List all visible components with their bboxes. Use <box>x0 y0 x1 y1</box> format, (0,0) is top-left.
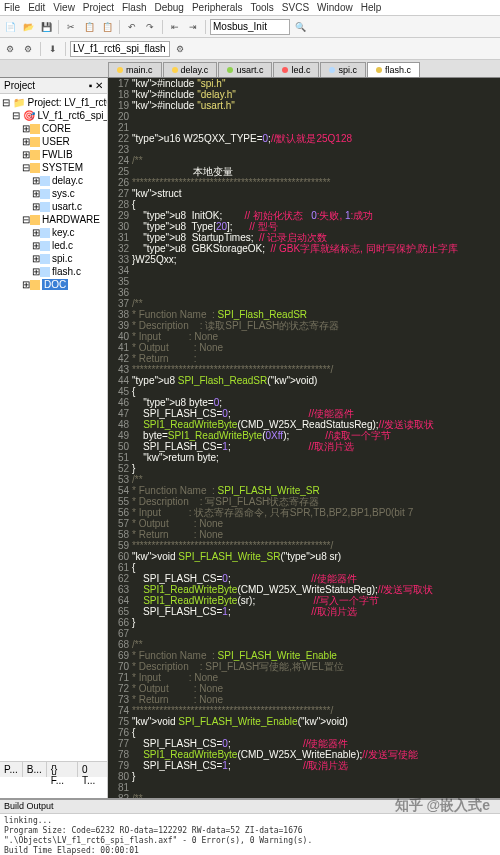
tree-file-flash-c[interactable]: ⊞ flash.c <box>2 265 105 278</box>
build-output-text[interactable]: linking...Program Size: Code=6232 RO-dat… <box>0 814 500 855</box>
tab-spi-c[interactable]: spi.c <box>320 62 366 77</box>
tree-root[interactable]: ⊟ 📁 Project: LV_f1_rct6_sp <box>2 96 105 109</box>
sidebar-tab[interactable]: 0 T... <box>78 762 108 777</box>
tree-file-key-c[interactable]: ⊞ key.c <box>2 226 105 239</box>
project-sidebar: Project▪ ✕ ⊟ 📁 Project: LV_f1_rct6_sp⊟ 🎯… <box>0 78 108 798</box>
options-icon[interactable]: ⚙ <box>172 41 188 57</box>
watermark: 知乎 @嵌入式e <box>395 797 490 815</box>
download-icon[interactable]: ⬇ <box>45 41 61 57</box>
tab-delay-c[interactable]: delay.c <box>163 62 218 77</box>
toolbar-2: ⚙ ⚙ ⬇ ⚙ <box>0 38 500 60</box>
tab-flash-c[interactable]: flash.c <box>367 62 420 77</box>
tree-group-USER[interactable]: ⊞ USER <box>2 135 105 148</box>
menu-help[interactable]: Help <box>361 2 382 13</box>
menu-edit[interactable]: Edit <box>28 2 45 13</box>
editor-tabs: main.cdelay.cusart.cled.cspi.cflash.c <box>0 60 500 78</box>
sidebar-title: Project <box>4 80 35 91</box>
menu-flash[interactable]: Flash <box>122 2 146 13</box>
new-icon[interactable]: 📄 <box>2 19 18 35</box>
menu-debug[interactable]: Debug <box>154 2 183 13</box>
sidebar-tab[interactable]: P... <box>0 762 23 777</box>
menu-view[interactable]: View <box>53 2 75 13</box>
tree-file-usart-c[interactable]: ⊞ usart.c <box>2 200 105 213</box>
tab-main-c[interactable]: main.c <box>108 62 162 77</box>
toolbar-1: 📄 📂 💾 ✂ 📋 📋 ↶ ↷ ⇤ ⇥ 🔍 <box>0 16 500 38</box>
menu-window[interactable]: Window <box>317 2 353 13</box>
save-icon[interactable]: 💾 <box>38 19 54 35</box>
outdent-icon[interactable]: ⇥ <box>185 19 201 35</box>
sidebar-tab[interactable]: {} F... <box>47 762 78 777</box>
build-icon[interactable]: ⚙ <box>2 41 18 57</box>
tree-group-HARDWARE[interactable]: ⊟ HARDWARE <box>2 213 105 226</box>
tree-file-spi-c[interactable]: ⊞ spi.c <box>2 252 105 265</box>
find-input[interactable] <box>210 19 290 35</box>
sidebar-tab[interactable]: B... <box>23 762 47 777</box>
code-editor[interactable]: 17 18 19 20 21 22 23 24 25 26 27 28 29 3… <box>108 78 500 798</box>
tree-group-FWLIB[interactable]: ⊞ FWLIB <box>2 148 105 161</box>
menu-svcs[interactable]: SVCS <box>282 2 309 13</box>
indent-icon[interactable]: ⇤ <box>167 19 183 35</box>
menu-project[interactable]: Project <box>83 2 114 13</box>
rebuild-icon[interactable]: ⚙ <box>20 41 36 57</box>
menu-bar: FileEditViewProjectFlashDebugPeripherals… <box>0 0 500 16</box>
menu-peripherals[interactable]: Peripherals <box>192 2 243 13</box>
tab-usart-c[interactable]: usart.c <box>218 62 272 77</box>
open-icon[interactable]: 📂 <box>20 19 36 35</box>
sidebar-pin-icon[interactable]: ▪ ✕ <box>89 80 103 91</box>
menu-tools[interactable]: Tools <box>251 2 274 13</box>
tab-led-c[interactable]: led.c <box>273 62 319 77</box>
tree-file-delay-c[interactable]: ⊞ delay.c <box>2 174 105 187</box>
tree-group-DOC[interactable]: ⊞ DOC <box>2 278 105 291</box>
redo-icon[interactable]: ↷ <box>142 19 158 35</box>
target-select[interactable] <box>70 41 170 57</box>
tree-file-sys-c[interactable]: ⊞ sys.c <box>2 187 105 200</box>
tree-file-led-c[interactable]: ⊞ led.c <box>2 239 105 252</box>
menu-file[interactable]: File <box>4 2 20 13</box>
project-tree[interactable]: ⊟ 📁 Project: LV_f1_rct6_sp⊟ 🎯 LV_f1_rct6… <box>0 94 107 293</box>
tree-group-SYSTEM[interactable]: ⊟ SYSTEM <box>2 161 105 174</box>
cut-icon[interactable]: ✂ <box>63 19 79 35</box>
tree-group-CORE[interactable]: ⊞ CORE <box>2 122 105 135</box>
tree-target[interactable]: ⊟ 🎯 LV_f1_rct6_spi_fla <box>2 109 105 122</box>
copy-icon[interactable]: 📋 <box>81 19 97 35</box>
undo-icon[interactable]: ↶ <box>124 19 140 35</box>
paste-icon[interactable]: 📋 <box>99 19 115 35</box>
search-icon[interactable]: 🔍 <box>292 19 308 35</box>
